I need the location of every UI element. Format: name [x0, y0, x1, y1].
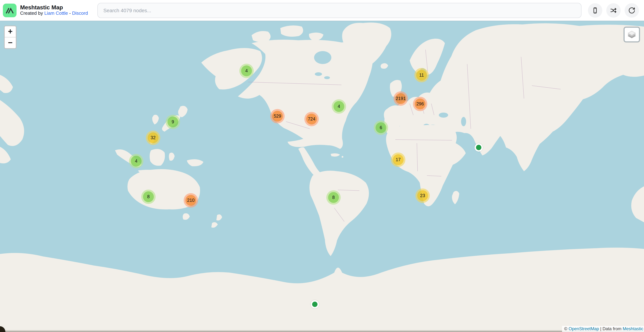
cluster-count: 4 [131, 156, 142, 167]
refresh-button[interactable] [624, 3, 639, 18]
map-attribution: © OpenStreetMap | Data from Meshtastic [562, 326, 644, 332]
cluster-count: 11 [416, 70, 427, 81]
openstreetmap-link[interactable]: OpenStreetMap [568, 326, 599, 331]
cluster-count: 296 [415, 99, 426, 109]
zoom-out-button[interactable]: − [5, 37, 16, 48]
world-map-tiles [0, 21, 644, 332]
cluster-marker[interactable]: 11 [414, 68, 429, 82]
cluster-marker[interactable]: 210 [184, 193, 198, 208]
cluster-marker[interactable]: 724 [304, 112, 319, 126]
cluster-count: 32 [148, 132, 158, 143]
layers-icon [627, 30, 636, 39]
cluster-count: 4 [334, 101, 344, 112]
cluster-marker[interactable]: 23 [416, 188, 430, 203]
meshtastic-logo-icon [3, 4, 16, 17]
cluster-marker[interactable]: 4 [239, 64, 254, 78]
cluster-count: 23 [417, 190, 428, 201]
node-marker[interactable] [311, 300, 319, 308]
cluster-marker[interactable]: 8 [141, 190, 156, 204]
map-canvas[interactable]: + − © OpenStreetMap | Data from Meshtast… [0, 21, 644, 332]
cluster-count: 8 [328, 192, 339, 203]
header-bar: Meshtastic Map Created by Liam Cottle - … [0, 0, 644, 21]
byline: Created by Liam Cottle - Discord [20, 11, 88, 16]
cluster-count: 724 [306, 114, 317, 124]
cluster-marker[interactable]: 8 [326, 190, 341, 205]
app-window: Meshtastic Map Created by Liam Cottle - … [0, 0, 644, 332]
cluster-count: 17 [393, 154, 404, 165]
zoom-in-button[interactable]: + [5, 26, 16, 37]
attribution-copyright: © [564, 326, 568, 331]
attribution-middle: | Data from [599, 326, 623, 331]
cluster-marker[interactable]: 32 [146, 131, 160, 145]
map-edge-shade [0, 330, 644, 332]
cluster-count: 2191 [395, 93, 406, 104]
layers-control-button[interactable] [624, 27, 640, 43]
mobile-app-button[interactable] [588, 3, 602, 18]
cluster-count: 210 [186, 195, 196, 206]
meshtastic-link[interactable]: Meshtastic [622, 326, 643, 331]
cluster-count: 8 [143, 191, 154, 202]
refresh-icon [628, 7, 636, 14]
title-block: Meshtastic Map Created by Liam Cottle - … [20, 4, 88, 16]
header-actions [588, 3, 639, 18]
cluster-count: 9 [168, 117, 178, 127]
page-title: Meshtastic Map [20, 4, 88, 11]
byline-prefix: Created by [20, 11, 44, 16]
cluster-marker[interactable]: 529 [270, 109, 284, 123]
random-node-button[interactable] [606, 3, 621, 18]
cluster-marker[interactable]: 17 [391, 153, 406, 167]
cluster-marker[interactable]: 6 [374, 121, 388, 135]
cluster-count: 529 [272, 111, 283, 122]
discord-link[interactable]: Discord [72, 11, 88, 16]
mobile-icon [592, 7, 599, 14]
cluster-marker[interactable]: 2191 [394, 91, 408, 106]
byline-separator: - [68, 11, 72, 16]
shuffle-icon [610, 7, 617, 14]
search-input[interactable] [97, 3, 582, 18]
cluster-count: 4 [241, 66, 252, 76]
cluster-marker[interactable]: 296 [413, 97, 427, 111]
cluster-count: 6 [376, 122, 386, 133]
cluster-marker[interactable]: 4 [129, 154, 144, 168]
cluster-marker[interactable]: 9 [166, 115, 180, 129]
author-link[interactable]: Liam Cottle [44, 11, 68, 16]
zoom-control: + − [4, 26, 16, 49]
cluster-marker[interactable]: 4 [332, 99, 346, 114]
search-wrap [97, 3, 582, 18]
node-marker[interactable] [474, 143, 483, 152]
